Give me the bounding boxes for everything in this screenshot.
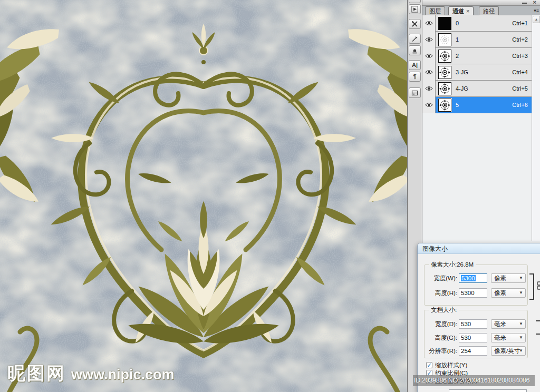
character-panel-icon: A| <box>412 62 418 68</box>
scale-styles-label: 缩放样式(Y) <box>435 361 467 369</box>
channel-thumbnail[interactable] <box>438 33 451 46</box>
channel-name: 4-JG <box>456 85 512 92</box>
channel-name: 5 <box>456 102 512 108</box>
photoshop-window: 昵图网 www.nipic.com <box>0 0 540 392</box>
pixel-size-group-label: 像素大小:26.8M <box>429 261 476 269</box>
pixel-height-unit-select[interactable]: 像素▼ <box>491 288 526 298</box>
channel-name: 2 <box>456 53 512 59</box>
panel-scrollbar[interactable]: ▲ <box>532 15 540 241</box>
doc-link-bracket-stub <box>536 320 540 321</box>
chevron-down-icon: ▼ <box>519 320 523 328</box>
doc-width-unit-select[interactable]: 毫米▼ <box>491 319 526 329</box>
doc-height-unit-select[interactable]: 毫米▼ <box>491 333 526 342</box>
pixel-width-input[interactable]: 5300 <box>459 273 487 283</box>
tab-paths[interactable]: 路径 <box>479 6 499 15</box>
paragraph-panel-button[interactable]: ¶ <box>409 72 421 82</box>
channel-shortcut: Ctrl+6 <box>512 102 528 108</box>
clone-source-panel-button[interactable] <box>409 45 421 55</box>
clone-stamp-icon <box>411 47 418 54</box>
channel-row-4[interactable]: 4-JG Ctrl+5 <box>422 81 532 97</box>
scale-styles-checkbox-row[interactable]: ✓ 缩放样式(Y) <box>426 361 467 369</box>
image-size-dialog: 图像大小 像素大小:26.8M 宽度(W): 5300 像素▼ 高度(H): 5… <box>417 243 540 392</box>
chain-link-icon <box>537 281 540 291</box>
channel-row-0[interactable]: 0 Ctrl+1 <box>422 15 532 32</box>
resample-method-select-partial[interactable] <box>449 389 527 392</box>
channel-name: 3-JG <box>456 69 512 75</box>
channel-thumbnail[interactable] <box>438 66 451 79</box>
channel-row-5[interactable]: 5 Ctrl+6 <box>422 97 532 113</box>
damask-pattern-art <box>0 0 407 392</box>
brushes-panel-button[interactable] <box>409 34 421 44</box>
channel-row-3[interactable]: 3-JG Ctrl+4 <box>422 64 532 81</box>
channel-thumbnail[interactable] <box>438 50 451 63</box>
link-bracket <box>529 273 534 300</box>
doc-height-label: 高度(G): <box>426 333 457 342</box>
doc-height-input[interactable]: 530 <box>459 333 487 342</box>
actions-panel-button[interactable] <box>409 4 421 14</box>
pixel-height-input[interactable]: 5300 <box>459 288 487 298</box>
tab-close-icon[interactable]: × <box>466 8 469 14</box>
doc-link-bracket-stub <box>536 334 540 335</box>
channel-shortcut: Ctrl+5 <box>512 85 528 92</box>
channel-row-2[interactable]: 2 Ctrl+3 <box>422 48 532 64</box>
channel-row-1[interactable]: 1 Ctrl+2 <box>422 32 532 48</box>
channel-shortcut: Ctrl+3 <box>512 53 528 59</box>
pixel-size-group: 像素大小:26.8M 宽度(W): 5300 像素▼ 高度(H): 5300 像… <box>424 264 528 306</box>
pixel-width-unit-select[interactable]: 像素▼ <box>491 273 526 283</box>
panel-menu-icon[interactable]: ▾≡ <box>534 7 539 14</box>
character-panel-button[interactable]: A| <box>409 60 421 70</box>
visibility-eye-icon <box>425 37 433 42</box>
document-size-group-label: 文档大小: <box>429 306 459 314</box>
resolution-unit-select[interactable]: 像素/英寸▼ <box>491 346 526 356</box>
tool-presets-icon <box>411 21 418 27</box>
panel-group-titlebar: × <box>422 0 540 6</box>
visibility-eye-icon <box>425 102 433 107</box>
brush-icon <box>411 35 418 42</box>
minimize-icon[interactable] <box>522 3 527 4</box>
scroll-up-icon[interactable]: ▲ <box>533 16 540 23</box>
tab-channels[interactable]: 通道× <box>448 6 474 15</box>
checkbox-checked-icon[interactable]: ✓ <box>426 362 432 368</box>
chevron-down-icon: ▼ <box>519 289 523 297</box>
doc-width-input[interactable]: 530 <box>459 319 487 329</box>
channel-name: 1 <box>456 36 512 43</box>
pixel-height-label: 高度(H): <box>426 288 457 298</box>
image-canvas[interactable] <box>0 0 407 392</box>
channel-list: 0 Ctrl+1 1 Ctrl+2 2 Ctrl+3 <box>422 15 532 113</box>
visibility-eye-icon <box>425 86 433 91</box>
pixel-width-label: 宽度(W): <box>426 273 457 283</box>
chevron-down-icon: ▼ <box>519 334 523 342</box>
tab-layers[interactable]: 图层 <box>425 6 445 15</box>
resolution-input[interactable]: 254 <box>459 346 487 356</box>
visibility-eye-icon <box>425 53 433 58</box>
channel-name: 0 <box>456 20 512 26</box>
document-size-group: 文档大小: 宽度(D): 530 毫米▼ 高度(G): 530 毫米▼ 分辨率(… <box>424 310 528 358</box>
resolution-label: 分辨率(R): <box>426 346 457 356</box>
panel-tabbar: 图层 通道× 路径 ▾≡ <box>422 6 540 15</box>
cropped-panel-button[interactable] <box>409 0 421 3</box>
layer-comps-icon <box>411 90 418 96</box>
channel-thumbnail[interactable] <box>438 99 451 112</box>
channel-shortcut: Ctrl+1 <box>512 20 528 26</box>
visibility-eye-icon <box>425 70 433 75</box>
layer-comps-panel-button[interactable] <box>409 87 421 98</box>
id-watermark: ID:2039886 NO:20200416180208084086 <box>413 375 535 386</box>
paragraph-panel-icon: ¶ <box>413 74 416 80</box>
dialog-title[interactable]: 图像大小 <box>418 243 540 254</box>
channel-thumbnail[interactable] <box>438 82 451 95</box>
chevron-down-icon: ▼ <box>519 347 523 355</box>
tool-presets-panel-button[interactable] <box>409 19 421 29</box>
close-icon[interactable]: × <box>533 0 536 6</box>
chevron-down-icon: ▼ <box>519 274 523 282</box>
channel-thumbnail[interactable] <box>438 17 451 30</box>
channel-shortcut: Ctrl+2 <box>512 36 528 43</box>
doc-width-label: 宽度(D): <box>426 319 457 329</box>
channel-shortcut: Ctrl+4 <box>512 69 528 75</box>
actions-play-icon <box>411 6 418 13</box>
visibility-eye-icon <box>425 21 433 26</box>
